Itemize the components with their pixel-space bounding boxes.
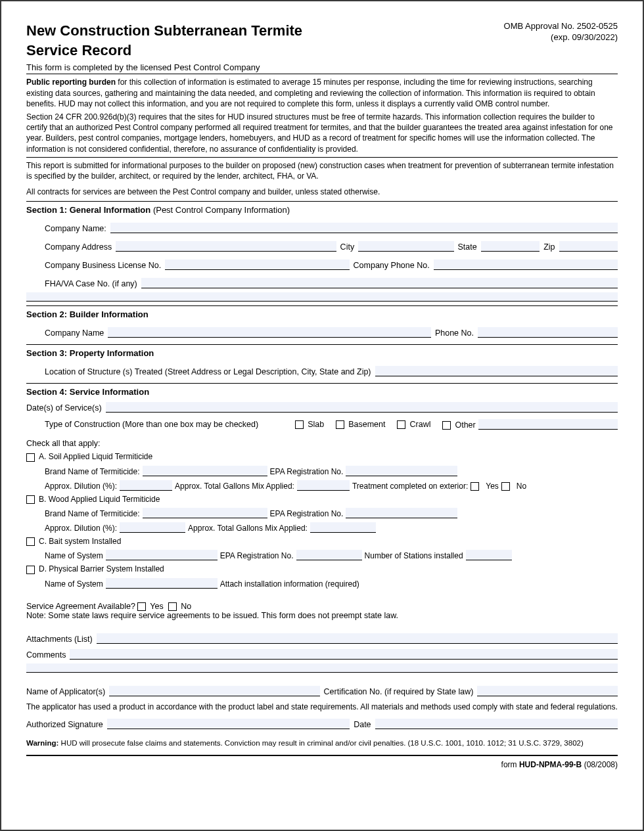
s1-extra-line[interactable]	[26, 292, 618, 302]
a-gallons-input[interactable]	[297, 480, 350, 491]
b-dilution-row: Approx. Dilution (%): Approx. Total Gall…	[45, 522, 618, 533]
s3-location-input[interactable]	[375, 366, 618, 376]
section2-head: Section 2: Builder Information	[26, 305, 618, 319]
basement-label: Basement	[348, 420, 385, 429]
crawl-checkbox[interactable]	[397, 420, 405, 429]
company-name-input[interactable]	[110, 223, 618, 233]
option-b-row: B. Wood Applied Liquid Termiticide	[26, 495, 618, 504]
option-c-row: C. Bait system Installed	[26, 537, 618, 546]
b-brand-row: Brand Name of Termiticide: EPA Registrat…	[45, 508, 618, 518]
other-input[interactable]	[478, 419, 618, 430]
a-epa-input[interactable]	[346, 466, 457, 476]
a-yes: Yes	[486, 482, 499, 491]
signature-row: Authorized Signature Date	[26, 719, 618, 729]
b-brand-input[interactable]	[143, 508, 267, 518]
d-label: D. Physical Barrier System Installed	[39, 564, 164, 573]
warning-label: Warning:	[26, 739, 58, 747]
footer-formno: HUD-NPMA-99-B	[519, 760, 582, 769]
s3-location-label: Location of Structure (s) Treated (Stree…	[45, 367, 371, 376]
zip-label: Zip	[543, 242, 555, 252]
s2-phone-input[interactable]	[478, 327, 618, 338]
c-system-input[interactable]	[106, 550, 218, 560]
s1-title: Section 1: General Information	[26, 205, 150, 215]
option-a-row: A. Soil Applied Liquid Termiticide	[26, 452, 618, 461]
a-checkbox[interactable]	[26, 453, 35, 462]
header: New Construction Subterranean Termite Se…	[26, 21, 618, 60]
c-checkbox[interactable]	[26, 537, 35, 546]
contracts-paragraph: All contracts for services are between t…	[26, 187, 618, 197]
crawl-label: Crawl	[409, 420, 430, 429]
a-brand-row: Brand Name of Termiticide: EPA Registrat…	[45, 466, 618, 476]
license-input[interactable]	[165, 259, 349, 270]
comments-label: Comments	[26, 650, 66, 660]
a-no-checkbox[interactable]	[501, 482, 510, 491]
title-line2: Service Record	[26, 42, 131, 58]
burden-label: Public reporting burden	[26, 78, 116, 87]
a-exterior-label: Treatment completed on exterior:	[352, 482, 468, 491]
date-label: Date	[354, 720, 371, 729]
form-title: New Construction Subterranean Termite Se…	[26, 21, 302, 60]
zip-input[interactable]	[559, 241, 618, 252]
date-input[interactable]	[375, 719, 618, 729]
phone-input[interactable]	[434, 259, 618, 270]
a-dilution-label: Approx. Dilution (%):	[45, 482, 117, 491]
b-dilution-label: Approx. Dilution (%):	[45, 524, 117, 533]
b-dilution-input[interactable]	[120, 522, 185, 533]
c-system-row: Name of System EPA Registration No. Numb…	[45, 550, 618, 560]
applicator-input[interactable]	[109, 686, 319, 696]
purpose-paragraph: This report is submitted for information…	[26, 160, 618, 181]
burden-paragraph: Public reporting burden for this collect…	[26, 77, 618, 109]
dates-input[interactable]	[106, 402, 618, 413]
a-dilution-input[interactable]	[120, 480, 172, 491]
c-epa-input[interactable]	[296, 550, 362, 560]
city-input[interactable]	[358, 241, 453, 252]
warning-row: Warning: HUD will prosecute false claims…	[26, 738, 618, 749]
slab-label: Slab	[308, 420, 324, 429]
comments-input[interactable]	[70, 649, 618, 660]
b-gallons-input[interactable]	[310, 522, 376, 533]
applicator-row: Name of Applicator(s) Certification No. …	[26, 686, 618, 696]
c-stations-input[interactable]	[466, 550, 512, 560]
svc-note: Note: Some state laws require service ag…	[26, 611, 618, 620]
omb-exp: (exp. 09/30/2022)	[551, 32, 618, 42]
a-epa-label: EPA Registration No.	[270, 467, 344, 476]
s2-company-input[interactable]	[108, 327, 431, 338]
a-yes-checkbox[interactable]	[471, 482, 479, 491]
section1-head: Section 1: General Information (Pest Con…	[26, 201, 618, 215]
d-checkbox[interactable]	[26, 566, 35, 574]
s1-paren: (Pest Control Company Information)	[150, 205, 290, 215]
attachments-label: Attachments (List)	[26, 635, 93, 644]
b-epa-input[interactable]	[346, 508, 457, 518]
b-checkbox[interactable]	[26, 495, 35, 504]
svc-agreement-row: Service Agreement Available? Yes No	[26, 602, 618, 611]
d-system-row: Name of System Attach installation infor…	[45, 578, 618, 589]
comments-line2[interactable]	[26, 663, 618, 673]
company-address-input[interactable]	[116, 241, 336, 252]
type-label: Type of Construction (More than one box …	[45, 420, 258, 429]
cert-input[interactable]	[477, 686, 618, 696]
d-system-input[interactable]	[106, 578, 218, 589]
option-d-row: D. Physical Barrier System Installed	[26, 564, 618, 573]
signature-input[interactable]	[107, 719, 350, 729]
d-system-label: Name of System	[45, 579, 103, 589]
fhava-input[interactable]	[141, 278, 618, 288]
section3-head: Section 3: Property Information	[26, 344, 618, 358]
s1-license-row: Company Business License No. Company Pho…	[45, 259, 618, 270]
svc-no-checkbox[interactable]	[168, 602, 177, 611]
company-address-label: Company Address	[45, 242, 112, 252]
svc-yes-checkbox[interactable]	[137, 602, 146, 611]
b-brand-label: Brand Name of Termiticide:	[45, 509, 140, 518]
c-label: C. Bait system Installed	[39, 537, 121, 546]
form-page: New Construction Subterranean Termite Se…	[1, 1, 643, 830]
cert-label: Certification No. (if required by State …	[324, 687, 474, 696]
basement-checkbox[interactable]	[336, 420, 344, 429]
b-epa-label: EPA Registration No.	[270, 509, 344, 518]
a-brand-input[interactable]	[143, 466, 267, 476]
a-gallons-label: Approx. Total Gallons Mix Applied:	[175, 482, 294, 491]
c-stations-label: Number of Stations installed	[365, 551, 463, 560]
state-input[interactable]	[481, 241, 540, 252]
attachments-input[interactable]	[97, 633, 618, 644]
other-checkbox[interactable]	[442, 421, 451, 430]
company-name-label: Company Name:	[45, 224, 106, 233]
slab-checkbox[interactable]	[295, 420, 304, 429]
